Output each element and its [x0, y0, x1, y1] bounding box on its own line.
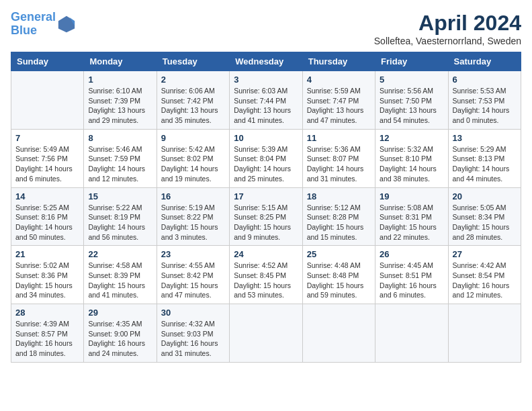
- calendar-header-row: SundayMondayTuesdayWednesdayThursdayFrid…: [11, 52, 521, 71]
- day-detail: Sunrise: 6:03 AMSunset: 7:44 PMDaylight:…: [234, 86, 298, 126]
- day-number: 12: [380, 133, 443, 143]
- calendar-week-4: 21Sunrise: 5:02 AMSunset: 8:36 PMDayligh…: [11, 246, 521, 304]
- day-detail: Sunrise: 5:19 AMSunset: 8:22 PMDaylight:…: [161, 203, 225, 242]
- day-detail: Sunrise: 5:36 AMSunset: 8:07 PMDaylight:…: [307, 144, 371, 184]
- day-detail: Sunrise: 5:59 AMSunset: 7:47 PMDaylight:…: [307, 86, 371, 126]
- day-detail: Sunrise: 5:32 AMSunset: 8:10 PMDaylight:…: [380, 144, 443, 184]
- calendar-table: SundayMondayTuesdayWednesdayThursdayFrid…: [11, 52, 521, 363]
- day-detail: Sunrise: 5:49 AMSunset: 7:56 PMDaylight:…: [15, 144, 79, 184]
- day-detail: Sunrise: 4:48 AMSunset: 8:48 PMDaylight:…: [307, 261, 371, 300]
- header-monday: Monday: [84, 52, 157, 71]
- day-number: 29: [88, 308, 152, 318]
- day-detail: Sunrise: 5:22 AMSunset: 8:19 PMDaylight:…: [88, 203, 152, 242]
- day-number: 3: [234, 75, 298, 85]
- day-detail: Sunrise: 4:35 AMSunset: 9:00 PMDaylight:…: [88, 319, 152, 359]
- calendar-cell: 24Sunrise: 4:52 AMSunset: 8:45 PMDayligh…: [230, 246, 302, 304]
- day-number: 7: [15, 133, 79, 143]
- calendar-body: 1Sunrise: 6:10 AMSunset: 7:39 PMDaylight…: [11, 71, 521, 363]
- calendar-cell: 5Sunrise: 5:56 AMSunset: 7:50 PMDaylight…: [375, 71, 448, 130]
- day-number: 15: [88, 191, 152, 201]
- day-number: 22: [88, 249, 152, 259]
- calendar-cell: 2Sunrise: 6:06 AMSunset: 7:42 PMDaylight…: [157, 71, 229, 130]
- day-number: 21: [15, 249, 79, 259]
- header-tuesday: Tuesday: [157, 52, 229, 71]
- month-title: April 2024: [374, 11, 521, 36]
- day-detail: Sunrise: 5:08 AMSunset: 8:31 PMDaylight:…: [380, 203, 443, 242]
- calendar-cell: 4Sunrise: 5:59 AMSunset: 7:47 PMDaylight…: [302, 71, 375, 130]
- calendar-cell: 30Sunrise: 4:32 AMSunset: 9:03 PMDayligh…: [157, 304, 229, 363]
- logo-text: General Blue: [11, 11, 56, 38]
- day-number: 23: [161, 249, 225, 259]
- calendar-week-5: 28Sunrise: 4:39 AMSunset: 8:57 PMDayligh…: [11, 304, 521, 363]
- svg-marker-0: [58, 16, 75, 32]
- day-number: 14: [15, 191, 79, 201]
- calendar-week-3: 14Sunrise: 5:25 AMSunset: 8:16 PMDayligh…: [11, 187, 521, 246]
- day-detail: Sunrise: 5:15 AMSunset: 8:25 PMDaylight:…: [234, 203, 298, 242]
- day-number: 25: [307, 249, 371, 259]
- header-friday: Friday: [375, 52, 448, 71]
- day-number: 19: [380, 191, 443, 201]
- day-detail: Sunrise: 5:39 AMSunset: 8:04 PMDaylight:…: [234, 144, 298, 184]
- calendar-cell: 9Sunrise: 5:42 AMSunset: 8:02 PMDaylight…: [157, 129, 229, 187]
- calendar-cell: 22Sunrise: 4:58 AMSunset: 8:39 PMDayligh…: [84, 246, 157, 304]
- day-detail: Sunrise: 5:29 AMSunset: 8:13 PMDaylight:…: [453, 144, 517, 184]
- calendar-cell: 21Sunrise: 5:02 AMSunset: 8:36 PMDayligh…: [11, 246, 84, 304]
- day-number: 11: [307, 133, 371, 143]
- calendar-week-1: 1Sunrise: 6:10 AMSunset: 7:39 PMDaylight…: [11, 71, 521, 130]
- calendar-cell: 1Sunrise: 6:10 AMSunset: 7:39 PMDaylight…: [84, 71, 157, 130]
- day-detail: Sunrise: 4:39 AMSunset: 8:57 PMDaylight:…: [15, 319, 79, 359]
- header-thursday: Thursday: [302, 52, 375, 71]
- day-number: 4: [307, 75, 371, 85]
- header-sunday: Sunday: [11, 52, 84, 71]
- day-number: 26: [380, 249, 443, 259]
- calendar-cell: [230, 304, 302, 363]
- logo: General Blue: [11, 11, 76, 38]
- calendar-cell: [11, 71, 84, 130]
- calendar-cell: 12Sunrise: 5:32 AMSunset: 8:10 PMDayligh…: [375, 129, 448, 187]
- header-wednesday: Wednesday: [230, 52, 302, 71]
- day-number: 10: [234, 133, 298, 143]
- day-detail: Sunrise: 5:12 AMSunset: 8:28 PMDaylight:…: [307, 203, 371, 242]
- calendar-cell: 3Sunrise: 6:03 AMSunset: 7:44 PMDaylight…: [230, 71, 302, 130]
- title-block: April 2024 Solleftea, Vaesternorrland, S…: [374, 11, 521, 46]
- calendar-cell: 13Sunrise: 5:29 AMSunset: 8:13 PMDayligh…: [448, 129, 521, 187]
- calendar-cell: 23Sunrise: 4:55 AMSunset: 8:42 PMDayligh…: [157, 246, 229, 304]
- calendar-cell: [302, 304, 375, 363]
- day-number: 17: [234, 191, 298, 201]
- page-header: General Blue April 2024 Solleftea, Vaest…: [11, 11, 521, 46]
- day-detail: Sunrise: 4:52 AMSunset: 8:45 PMDaylight:…: [234, 261, 298, 300]
- day-number: 13: [453, 133, 517, 143]
- calendar-cell: 7Sunrise: 5:49 AMSunset: 7:56 PMDaylight…: [11, 129, 84, 187]
- day-number: 9: [161, 133, 225, 143]
- calendar-cell: 14Sunrise: 5:25 AMSunset: 8:16 PMDayligh…: [11, 187, 84, 246]
- day-detail: Sunrise: 5:05 AMSunset: 8:34 PMDaylight:…: [453, 203, 517, 242]
- calendar-cell: 19Sunrise: 5:08 AMSunset: 8:31 PMDayligh…: [375, 187, 448, 246]
- day-detail: Sunrise: 5:56 AMSunset: 7:50 PMDaylight:…: [380, 86, 443, 126]
- day-number: 5: [380, 75, 443, 85]
- logo-icon: [57, 15, 76, 34]
- day-number: 30: [161, 308, 225, 318]
- day-number: 16: [161, 191, 225, 201]
- day-detail: Sunrise: 4:42 AMSunset: 8:54 PMDaylight:…: [453, 261, 517, 300]
- day-number: 28: [15, 308, 79, 318]
- calendar-cell: [375, 304, 448, 363]
- calendar-cell: 16Sunrise: 5:19 AMSunset: 8:22 PMDayligh…: [157, 187, 229, 246]
- day-detail: Sunrise: 4:55 AMSunset: 8:42 PMDaylight:…: [161, 261, 225, 300]
- calendar-cell: [448, 304, 521, 363]
- calendar-cell: 29Sunrise: 4:35 AMSunset: 9:00 PMDayligh…: [84, 304, 157, 363]
- calendar-cell: 20Sunrise: 5:05 AMSunset: 8:34 PMDayligh…: [448, 187, 521, 246]
- day-detail: Sunrise: 5:42 AMSunset: 8:02 PMDaylight:…: [161, 144, 225, 184]
- day-detail: Sunrise: 4:45 AMSunset: 8:51 PMDaylight:…: [380, 261, 443, 300]
- day-number: 8: [88, 133, 152, 143]
- day-number: 18: [307, 191, 371, 201]
- day-detail: Sunrise: 6:10 AMSunset: 7:39 PMDaylight:…: [88, 86, 152, 126]
- day-number: 24: [234, 249, 298, 259]
- calendar-week-2: 7Sunrise: 5:49 AMSunset: 7:56 PMDaylight…: [11, 129, 521, 187]
- calendar-cell: 17Sunrise: 5:15 AMSunset: 8:25 PMDayligh…: [230, 187, 302, 246]
- day-detail: Sunrise: 5:46 AMSunset: 7:59 PMDaylight:…: [88, 144, 152, 184]
- calendar-cell: 26Sunrise: 4:45 AMSunset: 8:51 PMDayligh…: [375, 246, 448, 304]
- calendar-cell: 25Sunrise: 4:48 AMSunset: 8:48 PMDayligh…: [302, 246, 375, 304]
- day-detail: Sunrise: 5:02 AMSunset: 8:36 PMDaylight:…: [15, 261, 79, 300]
- day-detail: Sunrise: 4:32 AMSunset: 9:03 PMDaylight:…: [161, 319, 225, 359]
- day-detail: Sunrise: 5:25 AMSunset: 8:16 PMDaylight:…: [15, 203, 79, 242]
